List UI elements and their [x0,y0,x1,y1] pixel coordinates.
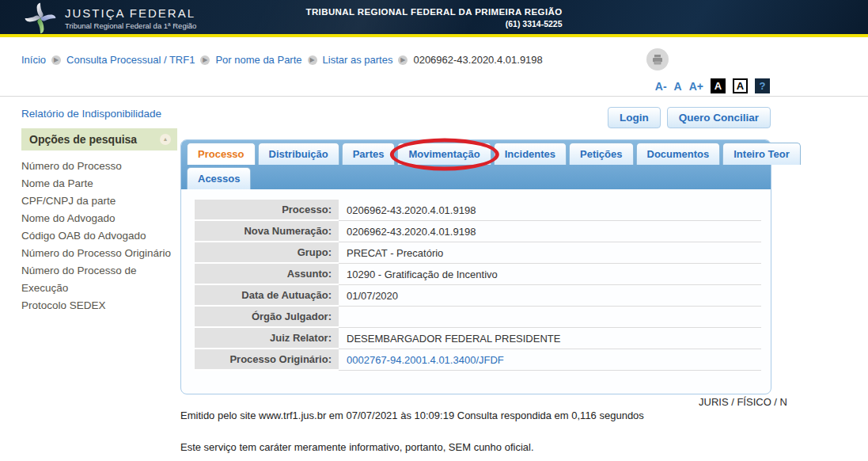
tab-processo[interactable]: Processo [187,143,256,165]
row-value: 0206962-43.2020.4.01.9198 [339,200,761,221]
sidebar-item-processo-originario[interactable]: Número do Processo Originário [21,245,177,262]
process-detail-panel: Processo Distribuição Partes Movimentaçã… [180,139,771,394]
tab-peticoes[interactable]: Petições [569,143,633,165]
tab-documentos[interactable]: Documentos [636,143,721,165]
process-detail-table: Processo: 0206962-43.2020.4.01.9198 Nova… [195,200,761,371]
tab-movimentacao[interactable]: Movimentação [397,143,491,165]
search-options-panel: Opções de pesquisa ▲ Número do Processo … [21,128,177,314]
table-row: Processo: 0206962-43.2020.4.01.9198 [195,200,761,221]
sidebar-item-nome-advogado[interactable]: Nome do Advogado [21,210,177,227]
contrast-dark-button[interactable]: A [711,78,726,93]
accessibility-controls: A- A A+ A A ? [655,78,770,93]
tab-inteiro-teor[interactable]: Inteiro Teor [722,143,801,165]
search-options-title: Opções de pesquisa [29,133,137,146]
row-value: PRECAT - Precatório [339,242,761,264]
breadcrumb-listar-partes[interactable]: Listar as partes [323,54,393,66]
table-row: Data de Autuação: 01/07/2020 [195,285,761,307]
table-row: Juiz Relator: DESEMBARGADOR FEDERAL PRES… [195,328,761,349]
processo-originario-link[interactable]: 0002767-94.2001.4.01.3400/JFDF [339,349,761,371]
disclaimer-text: Este serviço tem caráter meramente infor… [180,441,534,453]
table-row: Grupo: PRECAT - Precatório [195,242,761,264]
tab-distribuicao[interactable]: Distribuição [258,143,339,165]
breadcrumb: Início ▶ Consulta Processual / TRF1 ▶ Po… [21,54,543,66]
tab-row-1: Processo Distribuição Partes Movimentaçã… [181,140,771,165]
juris-fisico-label: JURIS / FÍSICO / N [699,396,787,408]
row-value: DESEMBARGADOR FEDERAL PRESIDENTE [339,328,761,349]
report-indisponibilidade-link[interactable]: Relatório de Indisponibilidade [21,108,161,120]
tab-partes[interactable]: Partes [342,143,396,165]
breadcrumb-current-process: 0206962-43.2020.4.01.9198 [413,54,542,66]
breadcrumb-arrow-icon: ▶ [308,55,317,65]
breadcrumb-inicio[interactable]: Início [21,54,46,66]
row-label: Processo Originário: [195,349,339,371]
justica-federal-logo-icon [22,1,59,36]
contrast-light-button[interactable]: A [733,78,748,93]
breadcrumb-consulta[interactable]: Consulta Processual / TRF1 [66,54,195,66]
printer-icon [651,53,664,66]
row-label: Processo: [195,200,339,221]
justica-federal-logo: JUSTIÇA FEDERAL Tribunal Regional Federa… [22,1,196,36]
sidebar-item-protocolo-sedex[interactable]: Protocolo SEDEX [21,297,177,314]
court-phone: (61) 3314-5225 [305,19,562,29]
sidebar-item-cpf-cnpj[interactable]: CPF/CNPJ da parte [21,192,177,210]
login-button[interactable]: Login [608,107,661,128]
sidebar-item-processo-execucao[interactable]: Número do Processo de Execução [21,262,177,297]
sidebar-item-nome-parte[interactable]: Nome da Parte [21,175,177,192]
tab-row-2: Acessos [181,165,771,189]
court-title: TRIBUNAL REGIONAL FEDERAL DA PRIMEIRA RE… [305,7,562,17]
tab-acessos[interactable]: Acessos [187,167,251,189]
help-button[interactable]: ? [755,78,770,93]
row-value: 01/07/2020 [339,285,761,307]
breadcrumb-arrow-icon: ▶ [398,55,407,65]
table-row: Assunto: 10290 - Gratificação de Incenti… [195,264,761,285]
collapse-icon[interactable]: ▲ [160,134,171,145]
font-decrease-button[interactable]: A- [655,80,667,93]
font-normal-button[interactable]: A [674,80,682,93]
breadcrumb-arrow-icon: ▶ [51,55,61,65]
row-label: Data de Autuação: [195,285,339,307]
sidebar-item-codigo-oab[interactable]: Código OAB do Advogado [21,227,177,245]
breadcrumb-arrow-icon: ▶ [200,55,210,65]
tab-incidentes[interactable]: Incidentes [494,143,567,165]
row-value: 0206962-43.2020.4.01.9198 [339,221,761,242]
logo-subtitle: Tribunal Regional Federal da 1ª Região [65,21,196,30]
row-label: Juiz Relator: [195,328,339,349]
row-label: Grupo: [195,242,339,264]
logo-title: JUSTIÇA FEDERAL [65,6,196,20]
table-row: Órgão Julgador: [195,307,761,328]
table-row: Processo Originário: 0002767-94.2001.4.0… [195,349,761,371]
search-options-header[interactable]: Opções de pesquisa ▲ [21,128,177,150]
row-value: 10290 - Gratificação de Incentivo [339,264,761,285]
print-button[interactable] [646,48,669,70]
divider [0,96,868,97]
row-label: Órgão Julgador: [195,307,339,328]
tab-strip: Processo Distribuição Partes Movimentaçã… [181,140,771,189]
sidebar-item-numero-processo[interactable]: Número do Processo [21,158,177,175]
font-increase-button[interactable]: A+ [689,80,703,93]
quero-conciliar-button[interactable]: Quero Conciliar [667,107,771,128]
table-row: Nova Numeração: 0206962-43.2020.4.01.919… [195,221,761,242]
page: JUSTIÇA FEDERAL Tribunal Regional Federa… [0,0,868,461]
action-buttons: Login Quero Conciliar [608,107,771,128]
emission-info: Emitido pelo site www.trf1.jus.br em 07/… [180,410,644,421]
header-bar: JUSTIÇA FEDERAL Tribunal Regional Federa… [0,0,868,37]
row-value [339,307,761,328]
row-label: Nova Numeração: [195,221,339,242]
row-label: Assunto: [195,264,339,285]
tab-movimentacao-label: Movimentação [408,148,479,160]
breadcrumb-por-nome[interactable]: Por nome da Parte [215,54,301,66]
